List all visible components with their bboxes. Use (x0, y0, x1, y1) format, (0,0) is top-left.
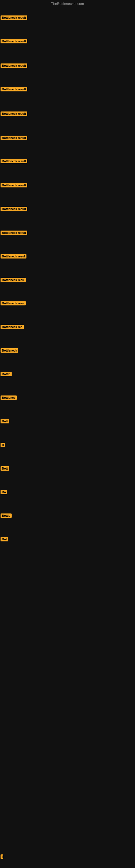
bottleneck-badge-15[interactable]: Bottleneck (1, 348, 18, 352)
bottleneck-badge-10[interactable]: Bottleneck result (1, 230, 27, 235)
bottleneck-badge-22[interactable]: Bottle (1, 514, 12, 518)
bottleneck-badge-24[interactable]: | (1, 855, 3, 859)
bottleneck-badge-19[interactable]: B (1, 443, 5, 447)
bottleneck-badge-3[interactable]: Bottleneck result (1, 63, 27, 68)
bottleneck-badge-4[interactable]: Bottleneck result (1, 87, 27, 91)
bottleneck-badge-13[interactable]: Bottleneck resu (1, 301, 26, 305)
bottleneck-badge-21[interactable]: Bo (1, 490, 7, 494)
bottleneck-badge-17[interactable]: Bottlenec (1, 396, 17, 400)
bottleneck-badge-18[interactable]: Bott (1, 419, 9, 424)
bottleneck-badge-8[interactable]: Bottleneck result (1, 183, 27, 187)
bottleneck-badge-16[interactable]: Bottle (1, 372, 12, 376)
bottleneck-badge-5[interactable]: Bottleneck result (1, 112, 27, 116)
bottleneck-badge-1[interactable]: Bottleneck result (1, 16, 27, 20)
bottleneck-badge-11[interactable]: Bottleneck resul (1, 254, 27, 258)
bottleneck-badge-20[interactable]: Bott (1, 466, 9, 471)
bottleneck-badge-9[interactable]: Bottleneck result (1, 207, 27, 211)
bottleneck-badge-23[interactable]: Bot (1, 537, 8, 541)
bottleneck-badge-6[interactable]: Bottleneck result (1, 135, 27, 140)
bottleneck-badge-2[interactable]: Bottleneck result (1, 39, 27, 43)
site-title: TheBottlenecker.com (0, 2, 135, 6)
bottleneck-badge-7[interactable]: Bottleneck result (1, 159, 27, 163)
bottleneck-badge-14[interactable]: Bottleneck res (1, 325, 24, 329)
bottleneck-badge-12[interactable]: Bottleneck resu (1, 278, 26, 282)
